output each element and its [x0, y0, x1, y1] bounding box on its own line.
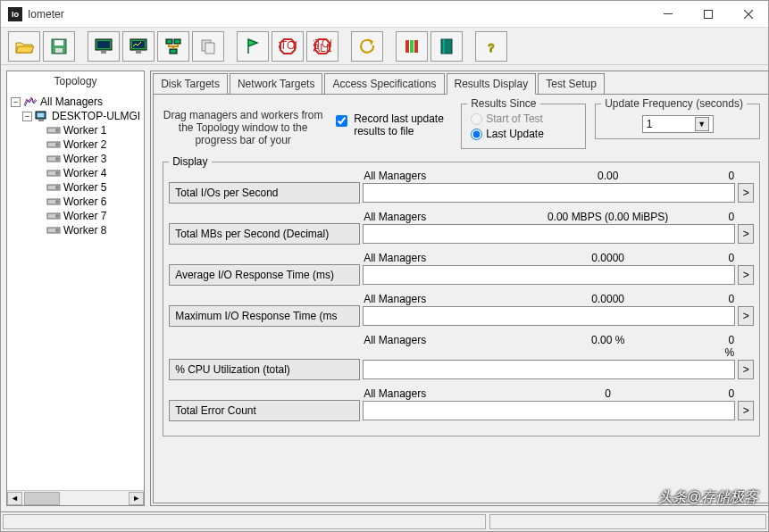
metric-name-button[interactable]: Total Error Count: [169, 400, 360, 421]
tree-collapse-icon[interactable]: −: [11, 97, 21, 107]
display-group-title: Display: [169, 155, 211, 168]
tab-results-display[interactable]: Results Display: [447, 73, 537, 95]
metric-name-button[interactable]: Average I/O Response Time (ms): [169, 264, 360, 286]
svg-rect-24: [441, 39, 452, 54]
metric-progress-bar[interactable]: [363, 224, 735, 244]
horizontal-scrollbar[interactable]: ◄ ►: [7, 490, 144, 505]
metric-row: All Managers0.00 %0 %% CPU Utilization (…: [169, 334, 754, 380]
monitor2-icon[interactable]: [122, 31, 155, 62]
tree-worker-item[interactable]: Worker 8: [11, 223, 140, 237]
svg-rect-11: [166, 39, 172, 44]
disk-icon: [46, 154, 61, 164]
tab-test-setup[interactable]: Test Setup: [538, 73, 605, 95]
managers-icon: [23, 96, 38, 107]
svg-text:ALL: ALL: [313, 42, 331, 54]
open-icon[interactable]: [8, 31, 40, 62]
worker-label[interactable]: Worker 3: [63, 153, 106, 165]
worker-label[interactable]: Worker 8: [63, 224, 106, 237]
status-cell: [489, 514, 766, 529]
tree-worker-item[interactable]: Worker 7: [11, 209, 140, 223]
last-update-label: Last Update: [486, 128, 544, 140]
metric-progress-bar[interactable]: [363, 360, 735, 379]
metric-expand-button[interactable]: >: [738, 183, 754, 203]
metric-expand-button[interactable]: >: [738, 265, 754, 285]
book-icon[interactable]: [430, 31, 463, 62]
tree-worker-item[interactable]: Worker 1: [11, 123, 140, 137]
tab-network-targets[interactable]: Network Targets: [230, 73, 322, 95]
maximize-button[interactable]: [688, 1, 728, 27]
metric-name-button[interactable]: Total I/Os per Second: [169, 182, 360, 204]
worker-label[interactable]: Worker 2: [63, 138, 106, 151]
svg-rect-23: [414, 40, 418, 53]
metric-max: 0: [718, 252, 754, 264]
network-icon[interactable]: [157, 31, 189, 62]
tree-worker-item[interactable]: Worker 3: [11, 152, 140, 166]
update-frequency-select[interactable]: 1 ▼: [642, 115, 714, 133]
scroll-right-icon[interactable]: ►: [129, 492, 144, 505]
metric-name-button[interactable]: Maximum I/O Response Time (ms: [169, 305, 360, 327]
statusbar: [1, 511, 768, 531]
metric-row: All Managers0.00 MBPS (0.00 MiBPS)0Total…: [169, 211, 754, 245]
stop-icon[interactable]: STOP: [272, 31, 304, 62]
copy-icon[interactable]: [192, 31, 224, 62]
disk-icon: [46, 182, 61, 193]
metric-max: 0: [718, 293, 754, 305]
metric-scope-label: All Managers: [364, 252, 497, 264]
record-checkbox[interactable]: [336, 115, 347, 127]
minimize-button[interactable]: [648, 1, 688, 27]
update-frequency-group: Update Frequency (seconds) 1 ▼: [595, 104, 760, 139]
svg-rect-12: [174, 39, 180, 44]
metric-max: 0: [718, 170, 754, 182]
tree-collapse-icon[interactable]: −: [22, 112, 32, 121]
record-checkbox-label: Record last update results to file: [354, 112, 452, 137]
flag-green-icon[interactable]: [237, 31, 269, 62]
worker-label[interactable]: Worker 5: [63, 181, 106, 194]
worker-label[interactable]: Worker 6: [63, 195, 106, 208]
worker-label[interactable]: Worker 4: [63, 167, 106, 179]
tree-worker-item[interactable]: Worker 4: [11, 166, 140, 180]
metric-name-button[interactable]: Total MBs per Second (Decimal): [169, 223, 360, 245]
update-frequency-value: 1: [647, 118, 653, 130]
monitor1-icon[interactable]: [88, 31, 120, 62]
metric-name-button[interactable]: % CPU Utilization (total): [169, 359, 360, 380]
worker-label[interactable]: Worker 1: [63, 124, 106, 137]
disk-icon: [46, 225, 61, 236]
app-window: Io Iometer STOP STOPALL: [0, 0, 769, 532]
tab-disk-targets[interactable]: Disk Targets: [153, 73, 228, 95]
tree-worker-item[interactable]: Worker 2: [11, 137, 140, 152]
dropdown-arrow-icon[interactable]: ▼: [695, 117, 709, 131]
save-icon[interactable]: [43, 31, 75, 62]
tab-access-specifications[interactable]: Access Specifications: [324, 73, 444, 95]
metric-expand-button[interactable]: >: [738, 224, 754, 244]
topology-tree[interactable]: − All Managers − DESKTOP-ULMGI Worker 1W…: [7, 91, 144, 490]
tree-host-label[interactable]: DESKTOP-ULMGI: [52, 110, 140, 122]
tree-root-label[interactable]: All Managers: [40, 96, 103, 108]
metric-scope-label: All Managers: [364, 387, 497, 400]
svg-text:?: ?: [488, 42, 494, 54]
svg-rect-1: [704, 10, 712, 18]
svg-point-31: [55, 129, 59, 132]
results-since-title: Results Since: [467, 97, 539, 110]
worker-label[interactable]: Worker 7: [63, 210, 106, 222]
metric-progress-bar[interactable]: [363, 183, 735, 203]
help-icon[interactable]: ?: [475, 31, 507, 62]
svg-rect-7: [101, 51, 106, 54]
metric-progress-bar[interactable]: [363, 306, 735, 326]
tree-worker-item[interactable]: Worker 5: [11, 180, 140, 195]
close-button[interactable]: [728, 1, 768, 27]
bars1-icon[interactable]: [396, 31, 428, 62]
tree-worker-item[interactable]: Worker 6: [11, 195, 140, 209]
metric-expand-button[interactable]: >: [738, 360, 754, 379]
reset-icon[interactable]: [351, 31, 383, 62]
metric-progress-bar[interactable]: [363, 265, 735, 285]
scroll-left-icon[interactable]: ◄: [7, 492, 22, 505]
start-of-test-label: Start of Test: [486, 112, 543, 125]
metric-expand-button[interactable]: >: [738, 401, 754, 420]
last-update-radio[interactable]: [471, 129, 482, 140]
metric-value: 0.00 MBPS (0.00 MiBPS): [497, 211, 718, 223]
metric-progress-bar[interactable]: [363, 401, 735, 420]
stop-all-icon[interactable]: STOPALL: [306, 31, 339, 62]
metric-expand-button[interactable]: >: [738, 306, 754, 326]
scroll-thumb[interactable]: [24, 492, 60, 505]
instructions-text: Drag managers and workers from the Topol…: [163, 104, 323, 146]
